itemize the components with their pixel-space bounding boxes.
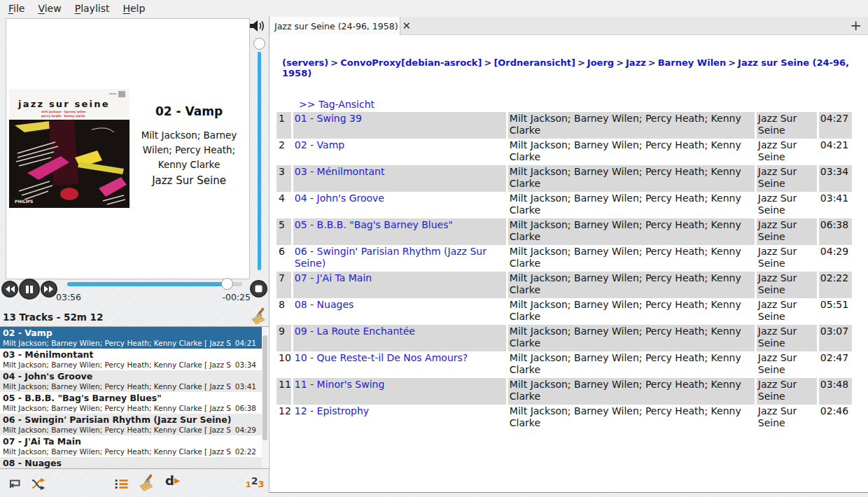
menu-file[interactable]: File — [8, 3, 24, 14]
sort-numbers-icon[interactable]: 123 — [246, 477, 264, 490]
playlist-items: 02 - VampMilt Jackson; Barney Wilen; Per… — [0, 327, 269, 469]
pause-button[interactable] — [19, 279, 40, 300]
remaining-time: -00:25 — [220, 292, 251, 302]
breadcrumb-link[interactable]: [Ordneransicht] — [493, 57, 575, 68]
stop-button[interactable] — [250, 280, 267, 298]
elapsed-time: 03:56 — [56, 292, 81, 302]
menu-view[interactable]: View — [38, 3, 61, 14]
table-row: 707 - J'Ai Ta MainMilt Jackson; Barney W… — [276, 272, 852, 298]
now-playing-title: 02 - Vamp — [130, 104, 248, 118]
new-tab-button[interactable]: + — [850, 17, 862, 34]
table-row: 606 - Swingin' Parisian Rhythm (Jazz Sur… — [276, 245, 852, 272]
playlist-summary: 13 Tracks - 52m 12 — [3, 312, 103, 323]
breadcrumb: (servers)>ConvoProxy[debian-asrock]>[Ord… — [282, 57, 868, 78]
track-title-link[interactable]: 12 - Epistrophy — [295, 405, 369, 416]
list-icon[interactable] — [115, 479, 129, 492]
playlist-item[interactable]: 02 - VampMilt Jackson; Barney Wilen; Per… — [0, 327, 262, 349]
playlist-item[interactable]: 04 - John's GrooveMilt Jackson; Barney W… — [0, 370, 262, 392]
playlist-item[interactable]: 08 - Nuages — [0, 457, 262, 469]
breadcrumb-link[interactable]: Jazz — [626, 57, 646, 68]
previous-button[interactable] — [1, 281, 18, 298]
playlist-item-artists: Milt Jackson; Barney Wilen; Percy Heath;… — [3, 339, 231, 347]
breadcrumb-link[interactable]: Joerg — [587, 57, 614, 68]
shuffle-icon[interactable] — [31, 478, 48, 493]
tab-label: Jazz sur Seine (24-96, 1958) — [274, 21, 398, 31]
track-title-link[interactable]: 05 - B.B.B. "Bag's Barney Blues" — [295, 219, 453, 230]
playlist-item-title: 05 - B.B.B. "Bag's Barney Blues" — [0, 393, 262, 403]
track-title-link[interactable]: 06 - Swingin' Parisian Rhythm (Jazz Sur … — [295, 246, 486, 269]
tab-jazz-sur-seine[interactable]: Jazz sur Seine (24-96, 1958) ✕ — [270, 17, 400, 35]
seek-knob[interactable] — [221, 278, 233, 290]
track-title-link[interactable]: 11 - Minor's Swing — [295, 379, 385, 390]
playlist-header: 13 Tracks - 52m 12 — [0, 310, 269, 326]
menu-help[interactable]: Help — [122, 3, 145, 14]
seek-fill — [67, 282, 227, 286]
track-title-link[interactable]: 07 - J'Ai Ta Main — [295, 272, 372, 284]
playlist-item-duration: 03:34 — [235, 360, 256, 369]
track-title-link[interactable]: 02 - Vamp — [295, 139, 344, 150]
tag-view-link[interactable]: >> Tag-Ansicht — [299, 99, 374, 110]
table-row: 303 - MénilmontantMilt Jackson; Barney W… — [276, 165, 852, 192]
playlist-scrollbar-thumb[interactable] — [262, 335, 267, 440]
playlist-item-title: 07 - J'Ai Ta Main — [0, 436, 262, 447]
speaker-icon[interactable] — [248, 19, 267, 33]
breadcrumb-separator: > — [482, 57, 493, 68]
playlist-item-artists: Milt Jackson; Barney Wilen; Percy Heath;… — [3, 382, 231, 391]
breadcrumb-separator: > — [575, 57, 587, 68]
playlist-item-title: 08 - Nuages — [0, 458, 262, 468]
now-playing-album: Jazz Sur Seine — [130, 174, 248, 187]
playlist[interactable]: 02 - VampMilt Jackson; Barney Wilen; Per… — [0, 326, 269, 469]
repeat-icon[interactable] — [7, 477, 22, 493]
playlist-item[interactable]: 05 - B.B.B. "Bag's Barney Blues"Milt Jac… — [0, 392, 262, 414]
breadcrumb-link[interactable]: ConvoProxy[debian-asrock] — [340, 57, 482, 68]
breadcrumb-separator: > — [614, 57, 626, 68]
table-row: 1212 - EpistrophyMilt Jackson; Barney Wi… — [276, 405, 852, 431]
track-table: 101 - Swing 39Milt Jackson; Barney Wilen… — [274, 112, 854, 431]
breadcrumb-separator: > — [726, 57, 738, 68]
album-art-title: jazz sur seine — [18, 99, 110, 109]
table-row: 505 - B.B.B. "Bag's Barney Blues"Milt Ja… — [276, 218, 852, 245]
table-row: 101 - Swing 39Milt Jackson; Barney Wilen… — [276, 112, 852, 139]
playlist-item-artists: Milt Jackson; Barney Wilen; Percy Heath;… — [3, 426, 231, 434]
breadcrumb-link[interactable]: Barney Wilen — [658, 57, 727, 68]
broom-icon[interactable] — [136, 474, 156, 496]
playlist-item-duration: 06:38 — [235, 404, 256, 412]
track-title-link[interactable]: 09 - La Route Enchantée — [295, 326, 415, 337]
track-title-link[interactable]: 03 - Ménilmontant — [295, 166, 385, 177]
broom-icon[interactable] — [248, 307, 268, 326]
album-art-credit1: milt jackson · barney wilen — [41, 110, 86, 113]
menu-bar: FileViewPlaylistHelp — [0, 0, 868, 17]
volume-track — [258, 52, 261, 270]
menu-playlist[interactable]: Playlist — [75, 3, 110, 14]
table-row: 808 - NuagesMilt Jackson; Barney Wilen; … — [276, 298, 852, 325]
playlist-item-duration: 04:21 — [235, 339, 256, 347]
playlist-item-duration: 04:29 — [235, 426, 256, 434]
volume-slider[interactable] — [253, 35, 265, 274]
breadcrumb-link[interactable]: (servers) — [282, 57, 328, 68]
next-button[interactable] — [41, 281, 57, 298]
album-art-label: PHILIPS — [15, 199, 33, 204]
table-row: 202 - VampMilt Jackson; Barney Wilen; Pe… — [276, 139, 852, 165]
playlist-item[interactable]: 06 - Swingin' Parisian Rhythm (Jazz Sur … — [0, 414, 262, 435]
album-art-credit2: percy heath · kenny clarke — [41, 114, 85, 118]
playlist-item[interactable]: 07 - J'Ai Ta MainMilt Jackson; Barney Wi… — [0, 435, 262, 457]
track-title-link[interactable]: 08 - Nuages — [295, 299, 354, 310]
player-card: jazz sur seine milt jackson · barney wil… — [6, 18, 250, 279]
volume-knob[interactable] — [253, 38, 265, 50]
table-row: 1010 - Que Reste-t-il De Nos Amours?Milt… — [276, 351, 852, 378]
playlist-item-title: 04 - John's Groove — [0, 371, 262, 382]
seek-slider[interactable] — [67, 282, 242, 286]
playlist-item-duration: 02:22 — [235, 447, 256, 456]
breadcrumb-separator: > — [328, 57, 340, 68]
tab-bar: Jazz sur Seine (24-96, 1958) ✕ + — [270, 17, 868, 35]
playlist-item-title: 02 - Vamp — [0, 328, 262, 338]
track-title-link[interactable]: 01 - Swing 39 — [295, 113, 362, 124]
dynamic-playlist-icon[interactable]: d▶ — [165, 473, 180, 488]
playlist-item[interactable]: 03 - MénilmontantMilt Jackson; Barney Wi… — [0, 349, 262, 370]
now-playing-artists: Milt Jackson; Barney Wilen; Percy Heath;… — [132, 128, 246, 172]
tab-close-icon[interactable]: ✕ — [402, 21, 412, 31]
album-art: jazz sur seine milt jackson · barney wil… — [9, 89, 130, 208]
track-title-link[interactable]: 04 - John's Groove — [295, 192, 384, 204]
track-title-link[interactable]: 10 - Que Reste-t-il De Nos Amours? — [295, 352, 468, 363]
playlist-scrollbar[interactable] — [262, 327, 268, 468]
